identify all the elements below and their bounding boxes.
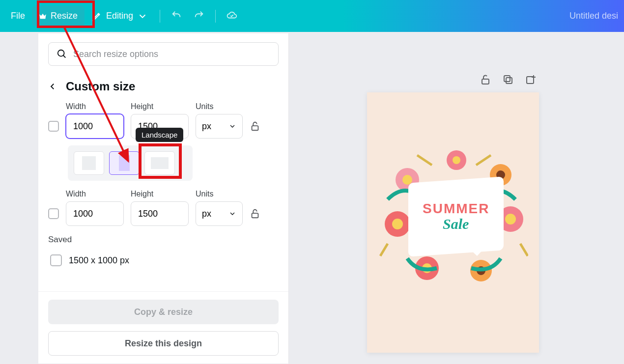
orientation-square[interactable] xyxy=(74,151,104,175)
size-row-2: Width Height Units px xyxy=(48,190,279,226)
units-field-1: Units px xyxy=(196,102,243,139)
saved-heading: Saved xyxy=(48,235,279,245)
lock-aspect-button-1[interactable] xyxy=(250,121,260,132)
svg-rect-3 xyxy=(252,126,258,130)
undo-button[interactable] xyxy=(165,6,188,27)
resize-label: Resize xyxy=(51,11,78,21)
orientation-landscape[interactable] xyxy=(144,151,175,175)
saved-size-item[interactable]: 1500 x 1000 px xyxy=(48,252,279,269)
orientation-row: Landscape xyxy=(68,145,193,181)
divider xyxy=(160,10,160,23)
divider xyxy=(215,10,216,23)
height-input-2[interactable] xyxy=(131,201,189,226)
width-label: Width xyxy=(66,190,124,198)
size-row-2-checkbox[interactable] xyxy=(48,208,59,219)
search-box[interactable] xyxy=(48,42,279,66)
cloud-check-icon xyxy=(227,10,237,21)
saved-item-checkbox[interactable] xyxy=(50,254,62,266)
section-title: Custom size xyxy=(66,80,135,93)
svg-line-2 xyxy=(63,56,66,58)
width-field-2: Width xyxy=(66,190,124,226)
undo-icon xyxy=(171,10,182,21)
document-title[interactable]: Untitled desi xyxy=(569,11,620,21)
resize-design-label: Resize this design xyxy=(125,338,202,349)
section-header: Custom size xyxy=(48,80,279,93)
chevron-down-icon xyxy=(228,122,236,130)
svg-rect-5 xyxy=(482,79,489,84)
chevron-down-icon xyxy=(228,210,236,218)
orientation-portrait[interactable] xyxy=(109,151,140,175)
units-field-2: Units px xyxy=(196,190,243,226)
cloud-sync-button[interactable] xyxy=(221,6,243,27)
redo-button[interactable] xyxy=(188,6,210,27)
landscape-tooltip: Landscape xyxy=(136,128,183,142)
height-label: Height xyxy=(131,102,189,111)
unlock-page-icon[interactable] xyxy=(480,74,491,85)
size-row-1-checkbox[interactable] xyxy=(48,121,59,132)
search-icon xyxy=(57,49,67,59)
units-label: Units xyxy=(196,190,243,198)
units-select-1[interactable]: px xyxy=(196,114,243,139)
height-label: Height xyxy=(131,190,189,198)
chevron-left-icon[interactable] xyxy=(48,82,57,91)
redo-icon xyxy=(194,10,204,21)
canvas-tools xyxy=(480,74,537,85)
width-field-1: Width xyxy=(66,102,124,139)
add-page-icon[interactable] xyxy=(525,74,537,85)
duplicate-page-icon[interactable] xyxy=(502,74,514,85)
units-label: Units xyxy=(196,102,243,111)
search-input[interactable] xyxy=(73,49,270,59)
svg-point-24 xyxy=(453,156,460,164)
top-toolbar: File Resize Editing Untitled desi xyxy=(0,0,624,32)
crown-icon xyxy=(39,13,47,20)
svg-rect-4 xyxy=(252,213,258,218)
svg-point-16 xyxy=(392,219,403,229)
summer-text: SUMMER xyxy=(423,201,489,217)
sale-text: Sale xyxy=(443,216,469,232)
units-value: px xyxy=(202,121,211,132)
resize-panel: Custom size Width Height Units px xyxy=(38,33,289,364)
speech-bubble: SUMMER Sale xyxy=(408,176,504,257)
saved-item-label: 1500 x 1000 px xyxy=(69,255,129,266)
svg-rect-8 xyxy=(527,77,534,84)
svg-point-18 xyxy=(505,214,516,224)
portrait-icon xyxy=(119,155,130,171)
copy-and-resize-button[interactable]: Copy & resize xyxy=(48,300,279,324)
pencil-icon xyxy=(91,11,102,22)
svg-rect-7 xyxy=(504,76,510,82)
lock-aspect-button-2[interactable] xyxy=(250,208,260,219)
resize-menu[interactable]: Resize xyxy=(32,6,85,26)
resize-this-design-button[interactable]: Resize this design xyxy=(48,331,279,356)
width-input-1[interactable] xyxy=(66,114,124,139)
units-select-2[interactable]: px xyxy=(196,201,243,226)
canvas-area: SUMMER Sale xyxy=(290,33,624,364)
width-input-2[interactable] xyxy=(66,201,124,226)
units-value: px xyxy=(202,209,211,219)
file-menu[interactable]: File xyxy=(4,6,32,26)
square-icon xyxy=(82,156,96,170)
chevron-down-icon xyxy=(137,11,148,22)
editing-menu[interactable]: Editing xyxy=(85,6,155,27)
file-label: File xyxy=(11,11,25,21)
editing-label: Editing xyxy=(106,11,133,21)
design-canvas[interactable]: SUMMER Sale xyxy=(367,92,539,353)
svg-point-1 xyxy=(58,50,64,56)
copy-resize-label: Copy & resize xyxy=(134,307,193,317)
height-field-2: Height xyxy=(131,190,189,226)
resize-panel-scroll[interactable]: Custom size Width Height Units px xyxy=(38,33,288,291)
landscape-icon xyxy=(151,157,169,169)
panel-footer: Copy & resize Resize this design xyxy=(38,291,288,364)
svg-rect-6 xyxy=(506,78,512,84)
width-label: Width xyxy=(66,102,124,111)
